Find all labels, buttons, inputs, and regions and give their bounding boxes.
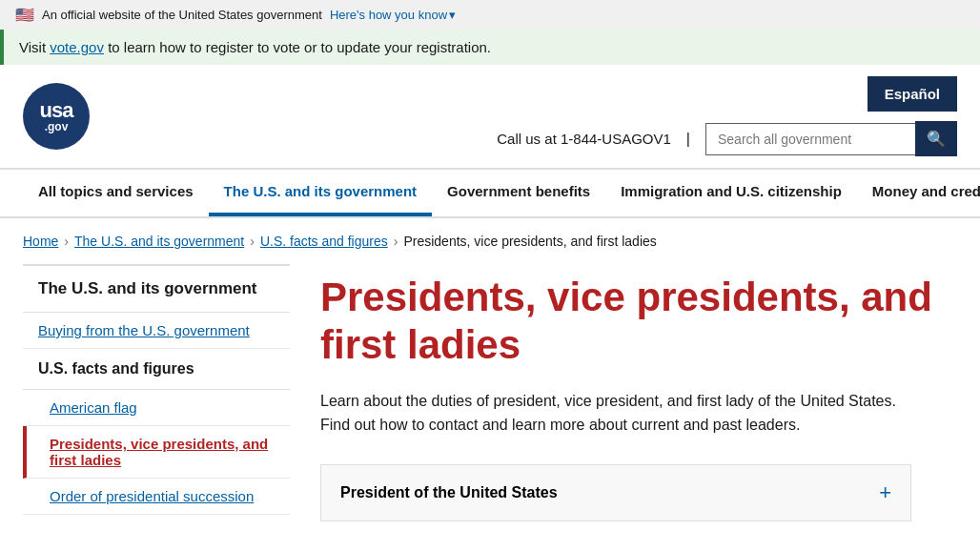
heres-how-you-know-button[interactable]: Here's how you know ▾: [330, 8, 456, 22]
breadcrumb-us-facts[interactable]: U.S. facts and figures: [260, 234, 388, 249]
nav-list: All topics and services The U.S. and its…: [0, 170, 980, 216]
nav-item-us-government: The U.S. and its government: [209, 170, 433, 216]
usa-gov-logo[interactable]: usa .gov: [23, 83, 90, 150]
visit-suffix: to learn how to register to vote or to u…: [108, 39, 491, 55]
site-header: usa .gov Español Call us at 1-844-USAGOV…: [0, 65, 980, 169]
accordion-expand-icon: +: [879, 480, 891, 505]
espanol-button[interactable]: Español: [868, 76, 957, 112]
breadcrumb-current: Presidents, vice presidents, and first l…: [403, 234, 656, 249]
main-nav: All topics and services The U.S. and its…: [0, 169, 980, 218]
sidebar-section-title[interactable]: The U.S. and its government: [23, 264, 290, 313]
search-input[interactable]: [705, 123, 915, 155]
accordion-president-label: President of the United States: [340, 484, 558, 501]
search-container: 🔍: [705, 121, 957, 156]
visit-bar: Visit vote.gov to learn how to register …: [0, 30, 980, 65]
header-right: Español Call us at 1-844-USAGOV1 | 🔍: [497, 76, 957, 156]
nav-link-us-government[interactable]: The U.S. and its government: [209, 170, 433, 216]
gov-banner: 🇺🇸 An official website of the United Sta…: [0, 0, 980, 30]
sidebar-item-buying[interactable]: Buying from the U.S. government: [23, 313, 290, 349]
flag-icon: 🇺🇸: [15, 6, 34, 24]
breadcrumb: Home › The U.S. and its government › U.S…: [0, 218, 980, 264]
breadcrumb-separator-1: ›: [64, 234, 69, 249]
header-top-right: Call us at 1-844-USAGOV1 | 🔍: [497, 121, 957, 156]
sidebar-subitem-american-flag[interactable]: American flag: [23, 390, 290, 426]
vote-gov-link[interactable]: vote.gov: [50, 39, 104, 55]
logo-container[interactable]: usa .gov: [23, 83, 90, 150]
nav-item-immigration: Immigration and U.S. citizenship: [605, 170, 857, 216]
gov-banner-text: An official website of the United States…: [42, 8, 322, 22]
breadcrumb-us-government[interactable]: The U.S. and its government: [74, 234, 244, 249]
page-description: Learn about the duties of president, vic…: [320, 389, 911, 438]
sidebar: The U.S. and its government Buying from …: [23, 264, 290, 521]
nav-item-money-credit: Money and credit: [857, 170, 980, 216]
divider: |: [686, 131, 690, 148]
search-icon: 🔍: [927, 130, 946, 148]
phone-number: Call us at 1-844-USAGOV1: [497, 131, 671, 147]
accordion-president: President of the United States +: [320, 464, 911, 521]
breadcrumb-separator-3: ›: [394, 234, 398, 249]
nav-link-immigration[interactable]: Immigration and U.S. citizenship: [605, 170, 857, 213]
nav-link-money-credit[interactable]: Money and credit: [857, 170, 980, 213]
page-title: Presidents, vice presidents, and first l…: [320, 274, 957, 370]
logo-gov-text: .gov: [45, 121, 69, 133]
sidebar-subitem-succession[interactable]: Order of presidential succession: [23, 479, 290, 515]
nav-item-government-benefits: Government benefits: [432, 170, 605, 216]
sidebar-subsection-facts[interactable]: U.S. facts and figures: [23, 349, 290, 390]
logo-usa-text: usa: [40, 100, 73, 121]
visit-prefix: Visit: [19, 39, 46, 55]
page-content: Presidents, vice presidents, and first l…: [320, 264, 957, 521]
chevron-down-icon: ▾: [449, 8, 456, 22]
sidebar-subitem-presidents[interactable]: Presidents, vice presidents, and first l…: [23, 426, 290, 479]
breadcrumb-home[interactable]: Home: [23, 234, 58, 249]
search-button[interactable]: 🔍: [915, 121, 957, 156]
nav-link-all-topics[interactable]: All topics and services: [23, 170, 209, 213]
nav-link-government-benefits[interactable]: Government benefits: [432, 170, 605, 213]
accordion-president-button[interactable]: President of the United States +: [321, 465, 910, 520]
heres-how-you-know-label: Here's how you know: [330, 8, 447, 22]
breadcrumb-separator-2: ›: [250, 234, 255, 249]
nav-item-all-topics: All topics and services: [23, 170, 209, 216]
main-content: The U.S. and its government Buying from …: [0, 264, 980, 521]
